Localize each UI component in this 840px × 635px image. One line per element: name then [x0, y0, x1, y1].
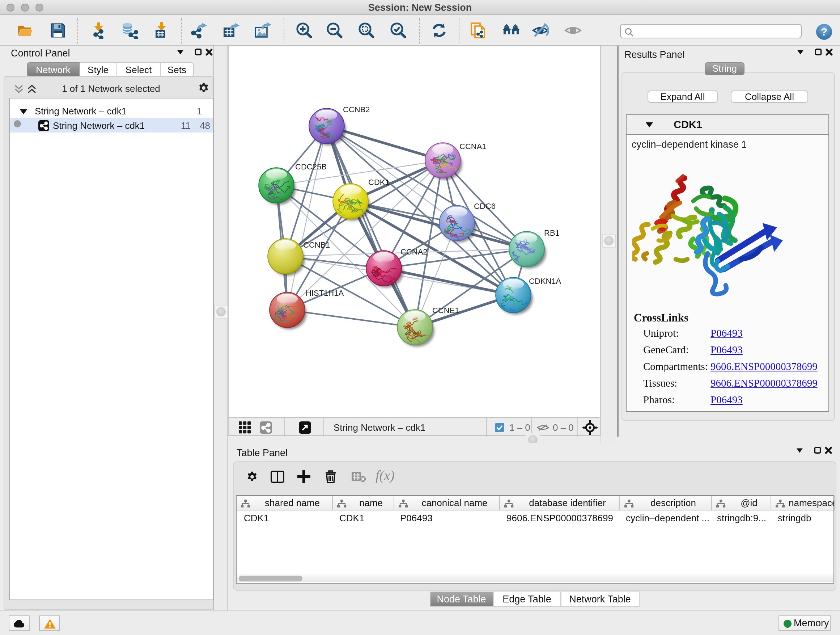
- svg-text:CDC25B: CDC25B: [295, 162, 327, 171]
- svg-text:CCNE1: CCNE1: [432, 306, 459, 315]
- svg-text:CCNA2: CCNA2: [401, 247, 428, 256]
- svg-text:CCNA1: CCNA1: [459, 142, 486, 151]
- svg-text:CDK1: CDK1: [368, 178, 390, 187]
- svg-text:CCNB2: CCNB2: [343, 105, 370, 114]
- svg-text:HIST1H1A: HIST1H1A: [306, 288, 344, 298]
- svg-text:CCNB1: CCNB1: [303, 241, 330, 249]
- svg-text:CDKN1A: CDKN1A: [529, 277, 561, 286]
- svg-text:CDC6: CDC6: [474, 202, 496, 211]
- svg-text:RB1: RB1: [544, 228, 560, 238]
